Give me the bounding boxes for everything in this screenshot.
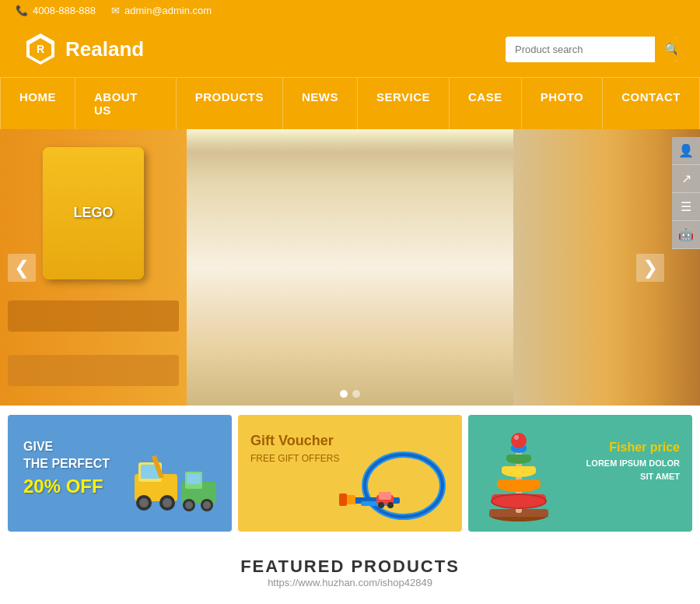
promo-text-3: Fisher price LOREM IPSUM DOLOR SIT AMET [586,438,680,483]
svg-point-25 [387,502,394,508]
header: R Realand 🔍 [0,21,700,77]
promo-perfect: THE PERFECT [23,455,110,472]
promo-text-1: GIVE THE PERFECT 20% OFF [23,438,110,499]
svg-rect-35 [497,479,541,487]
nav-products[interactable]: PRODUCTS [177,78,283,129]
svg-rect-27 [339,493,347,506]
shelf-row [8,355,179,386]
lego-display: LEGO [43,147,144,279]
nav-contact[interactable]: CONTACT [603,78,700,129]
promo-discount: 20% OFF [23,473,110,500]
featured-section: FEATURED PRODUCTS [0,541,700,585]
svg-rect-37 [502,466,536,473]
side-share-icon[interactable]: ↗ [672,165,700,193]
side-list-icon[interactable]: ☰ [672,193,700,221]
gift-subtitle: FREE GIFT OFFERS [250,451,339,465]
top-bar: 📞 4008-888-888 ✉ admin@admin.com [0,0,700,21]
promo-card-1[interactable]: GIVE THE PERFECT 20% OFF [8,415,232,532]
logo-text: Realand [65,37,144,61]
gift-voucher-title: Gift Voucher [250,430,339,451]
hero-dot-1[interactable] [340,390,348,398]
email-address: admin@admin.com [124,5,212,16]
hero-banner: LEGO ❮ ❯ 👤 ↗ ☰ 🤖 [0,129,700,406]
promo-give: GIVE [23,438,110,455]
promo-lorem2: SIT AMET [586,470,680,483]
svg-rect-32 [492,494,546,502]
promo-card-2[interactable]: Gift Voucher FREE GIFT OFFERS [238,415,462,532]
search-input[interactable] [506,38,655,61]
side-robot-icon[interactable]: 🤖 [672,221,700,249]
promo-card-3[interactable]: Fisher price LOREM IPSUM DOLOR SIT AMET [468,415,692,532]
phone-info: 📞 4008-888-888 [16,5,96,16]
promo-lorem1: LOREM IPSUM DOLOR [586,457,680,470]
nav-home[interactable]: HOME [0,78,75,129]
svg-point-17 [203,501,211,509]
hero-prev-arrow[interactable]: ❮ [8,254,36,282]
hero-dot-2[interactable] [352,390,360,398]
email-info: ✉ admin@admin.com [111,5,212,16]
hero-image: LEGO [0,129,700,406]
svg-rect-39 [506,455,531,461]
logo-icon: R [23,32,58,66]
shelf-row [8,300,179,332]
promo-section: GIVE THE PERFECT 20% OFF [0,406,700,541]
main-nav: HOME ABOUT US PRODUCTS NEWS SERVICE CASE… [0,77,700,129]
side-icons-panel: 👤 ↗ ☰ 🤖 [672,137,700,249]
svg-point-15 [185,501,193,509]
featured-title: FEATURED PRODUCTS [0,557,700,577]
phone-number: 4008-888-888 [33,5,96,16]
svg-point-24 [378,502,384,508]
svg-rect-23 [379,492,391,500]
toy-trucks [127,439,228,528]
email-icon: ✉ [111,5,120,16]
hero-next-arrow[interactable]: ❯ [636,254,664,282]
search-button[interactable]: 🔍 [655,37,677,62]
nav-news[interactable]: NEWS [283,78,358,129]
nav-photo[interactable]: PHOTO [522,78,604,129]
phone-icon: 📞 [16,5,28,16]
stacking-toy [476,423,569,528]
svg-point-42 [511,433,527,448]
search-bar[interactable]: 🔍 [506,37,677,62]
side-user-icon[interactable]: 👤 [672,137,700,165]
svg-rect-13 [187,473,201,484]
shelf-center [187,129,513,406]
nav-about[interactable]: ABOUT US [75,78,177,129]
svg-text:R: R [37,43,44,55]
svg-point-19 [365,455,443,517]
nav-service[interactable]: SERVICE [358,78,450,129]
svg-point-43 [514,435,519,440]
promo-text-2: Gift Voucher FREE GIFT OFFERS [250,430,339,465]
svg-point-9 [163,498,172,507]
nav-case[interactable]: CASE [450,78,522,129]
svg-point-7 [139,498,149,507]
hero-dots [340,390,360,398]
race-track-toy [338,431,458,528]
logo[interactable]: R Realand [23,32,144,66]
fisher-price-brand: Fisher price [586,438,680,457]
